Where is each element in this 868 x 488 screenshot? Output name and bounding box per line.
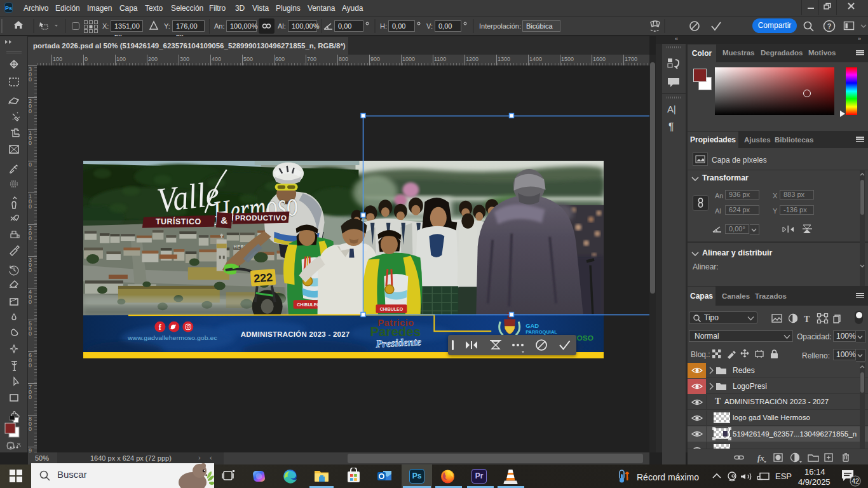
svg-text:GAD: GAD bbox=[526, 322, 539, 329]
svg-text:PARROQUIAL: PARROQUIAL bbox=[526, 329, 557, 335]
svg-text:?: ? bbox=[827, 22, 832, 30]
svg-text:T: T bbox=[804, 315, 810, 323]
svg-text:42: 42 bbox=[851, 477, 859, 485]
svg-text:Presidente: Presidente bbox=[375, 336, 421, 350]
svg-text:fx: fx bbox=[757, 453, 764, 463]
svg-text:www.gadvallehermoso.gob.ec: www.gadvallehermoso.gob.ec bbox=[127, 334, 217, 341]
svg-text:ADMINISTRACIÓN 2023 - 2027: ADMINISTRACIÓN 2023 - 2027 bbox=[241, 330, 350, 338]
